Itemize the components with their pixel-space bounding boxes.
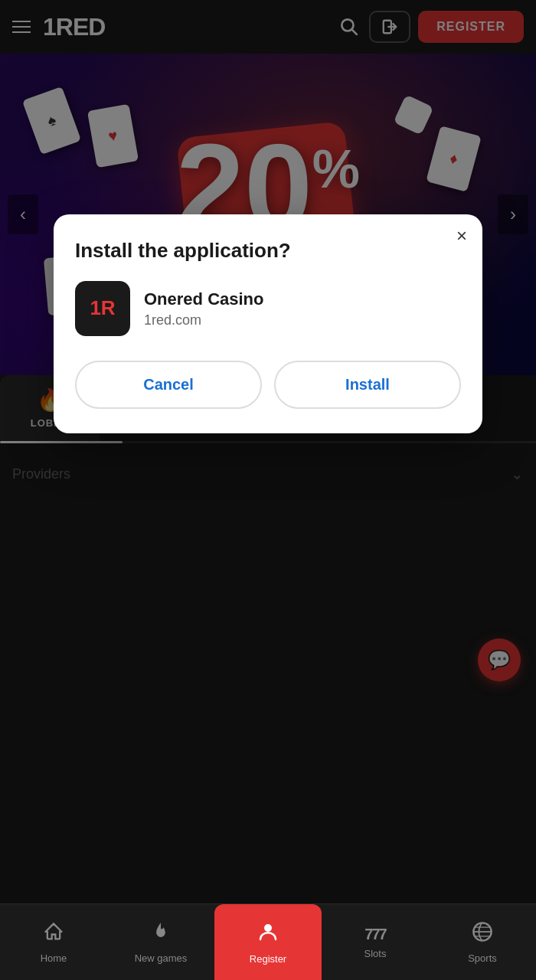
modal-app-info: 1R Onered Casino 1red.com: [75, 281, 461, 336]
modal-buttons: Cancel Install: [75, 361, 461, 409]
nav-home[interactable]: Home: [0, 904, 107, 980]
modal-install-button[interactable]: Install: [274, 361, 461, 409]
modal-app-details: Onered Casino 1red.com: [144, 289, 263, 328]
install-modal: Install the application? × 1R Onered Cas…: [54, 214, 482, 433]
modal-overlay: Install the application? × 1R Onered Cas…: [0, 0, 536, 980]
nav-home-label: Home: [41, 952, 67, 964]
nav-slots[interactable]: 777 Slots: [322, 904, 429, 980]
nav-new-games[interactable]: New games: [107, 904, 214, 980]
register-icon: [257, 920, 279, 949]
nav-register-label: Register: [250, 953, 286, 965]
modal-title: Install the application?: [75, 239, 461, 263]
modal-cancel-button[interactable]: Cancel: [75, 361, 262, 409]
nav-slots-label: Slots: [364, 948, 387, 959]
nav-new-games-label: New games: [135, 952, 188, 964]
sports-icon: [472, 921, 493, 948]
bottom-navigation: Home New games Register 777 Slots: [0, 903, 536, 980]
modal-app-url: 1red.com: [144, 312, 263, 328]
nav-sports-label: Sports: [468, 952, 497, 964]
modal-app-icon-text: 1R: [84, 287, 121, 331]
svg-text:1R: 1R: [90, 296, 115, 319]
app-logo-icon: 1R: [84, 287, 121, 324]
modal-app-icon: 1R: [75, 281, 130, 336]
home-icon: [43, 921, 64, 948]
modal-close-button[interactable]: ×: [456, 227, 467, 245]
nav-sports[interactable]: Sports: [429, 904, 536, 980]
slots-icon: 777: [364, 926, 385, 943]
svg-point-6: [264, 924, 272, 932]
flame-icon: [150, 921, 172, 948]
modal-app-name: Onered Casino: [144, 289, 263, 309]
nav-register[interactable]: Register: [214, 904, 322, 980]
